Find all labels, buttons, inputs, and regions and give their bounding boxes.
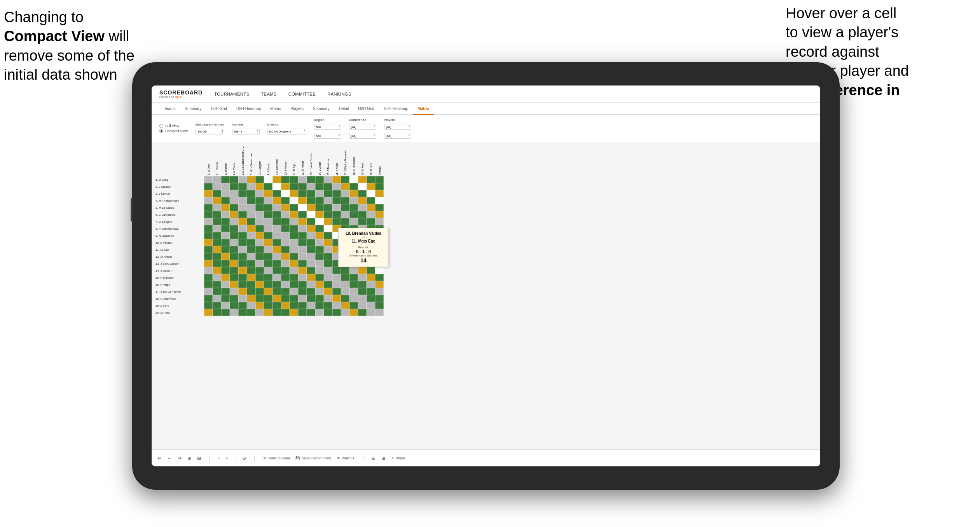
cell-6-11[interactable] [290, 211, 298, 218]
cell-11-1[interactable] [204, 246, 213, 253]
cell-4-8[interactable] [264, 197, 273, 204]
cell-1-8[interactable] [264, 176, 273, 183]
cell-16-2[interactable] [213, 281, 221, 288]
cell-2-10[interactable] [281, 183, 290, 190]
cell-19-6[interactable] [247, 302, 255, 309]
cell-10-12[interactable] [298, 239, 307, 246]
cell-14-6[interactable] [247, 267, 255, 274]
cell-14-20[interactable] [367, 267, 375, 274]
cell-11-6[interactable] [247, 246, 255, 253]
cell-20-15[interactable] [324, 309, 332, 316]
cell-7-5[interactable] [238, 218, 247, 225]
cell-2-3[interactable] [221, 183, 230, 190]
cell-5-15[interactable] [324, 204, 332, 211]
cell-18-11[interactable] [290, 295, 298, 302]
cell-20-7[interactable] [255, 309, 264, 316]
cell-19-3[interactable] [221, 302, 230, 309]
cell-19-18[interactable] [349, 302, 358, 309]
cell-19-19[interactable] [358, 302, 367, 309]
full-view-option[interactable]: Full View [159, 124, 188, 128]
cell-17-2[interactable] [213, 288, 221, 295]
cell-13-6[interactable] [247, 260, 255, 267]
cell-13-12[interactable] [298, 260, 307, 267]
cell-10-7[interactable] [255, 239, 264, 246]
cell-1-21[interactable] [375, 176, 384, 183]
cell-3-4[interactable] [230, 190, 238, 197]
cell-5-3[interactable] [221, 204, 230, 211]
cell-10-2[interactable] [213, 239, 221, 246]
cell-1-15[interactable] [324, 176, 332, 183]
cell-3-1[interactable] [204, 190, 213, 197]
cell-16-19[interactable] [358, 281, 367, 288]
cell-18-7[interactable] [255, 295, 264, 302]
cell-4-11[interactable] [290, 197, 298, 204]
cell-5-20[interactable] [367, 204, 375, 211]
cell-16-16[interactable] [332, 281, 341, 288]
cell-5-6[interactable] [247, 204, 255, 211]
cell-4-1[interactable] [204, 197, 213, 204]
cell-20-10[interactable] [281, 309, 290, 316]
cell-6-4[interactable] [230, 211, 238, 218]
cell-12-15[interactable] [324, 253, 332, 260]
cell-2-8[interactable] [264, 183, 273, 190]
cell-18-20[interactable] [367, 295, 375, 302]
cell-5-16[interactable] [332, 204, 341, 211]
cell-3-9[interactable] [273, 190, 281, 197]
cell-2-2[interactable] [213, 183, 221, 190]
cell-5-14[interactable] [315, 204, 324, 211]
sub-nav-teams[interactable]: Teams [159, 103, 180, 115]
cell-1-4[interactable] [230, 176, 238, 183]
cell-18-12[interactable] [298, 295, 307, 302]
cell-5-1[interactable] [204, 204, 213, 211]
cell-19-21[interactable] [375, 302, 384, 309]
cell-3-14[interactable] [315, 190, 324, 197]
cell-18-16[interactable] [332, 295, 341, 302]
cell-10-15[interactable] [324, 239, 332, 246]
cell-5-4[interactable] [230, 204, 238, 211]
cell-17-10[interactable] [281, 288, 290, 295]
cell-15-20[interactable] [367, 274, 375, 281]
cell-6-3[interactable] [221, 211, 230, 218]
cell-18-15[interactable] [324, 295, 332, 302]
cell-1-3[interactable] [221, 176, 230, 183]
cell-15-16[interactable] [332, 274, 341, 281]
cell-9-10[interactable] [281, 232, 290, 239]
cell-15-10[interactable] [281, 274, 290, 281]
cell-9-2[interactable] [213, 232, 221, 239]
sub-nav-h2h-grid1[interactable]: H2H Grid [206, 103, 232, 115]
cell-16-10[interactable] [281, 281, 290, 288]
sub-nav-matrix1[interactable]: Matrix [266, 103, 285, 115]
toolbar-watch[interactable]: 👁 Watch ▾ [337, 456, 355, 460]
cell-18-5[interactable] [238, 295, 247, 302]
cell-2-6[interactable] [247, 183, 255, 190]
cell-18-2[interactable] [213, 295, 221, 302]
sub-nav-players[interactable]: Players [286, 103, 308, 115]
cell-15-18[interactable] [349, 274, 358, 281]
cell-6-8[interactable] [264, 211, 273, 218]
cell-9-3[interactable] [221, 232, 230, 239]
cell-9-15[interactable] [324, 232, 332, 239]
cell-2-11[interactable] [290, 183, 298, 190]
cell-1-1[interactable] [204, 176, 213, 183]
cell-15-9[interactable] [273, 274, 281, 281]
cell-13-2[interactable] [213, 260, 221, 267]
cell-12-7[interactable] [255, 253, 264, 260]
cell-12-3[interactable] [221, 253, 230, 260]
cell-2-7[interactable] [255, 183, 264, 190]
cell-14-3[interactable] [221, 267, 230, 274]
cell-17-16[interactable] [332, 288, 341, 295]
cell-3-11[interactable] [290, 190, 298, 197]
cell-1-11[interactable] [290, 176, 298, 183]
cell-15-19[interactable] [358, 274, 367, 281]
sub-nav-summary2[interactable]: Summary [308, 103, 334, 115]
cell-7-11[interactable] [290, 218, 298, 225]
cell-8-11[interactable] [290, 225, 298, 232]
cell-8-8[interactable] [264, 225, 273, 232]
cell-6-20[interactable] [367, 211, 375, 218]
cell-19-8[interactable] [264, 302, 273, 309]
cell-8-12[interactable] [298, 225, 307, 232]
cell-14-12[interactable] [298, 267, 307, 274]
cell-14-1[interactable] [204, 267, 213, 274]
cell-5-13[interactable] [307, 204, 315, 211]
cell-9-13[interactable] [307, 232, 315, 239]
